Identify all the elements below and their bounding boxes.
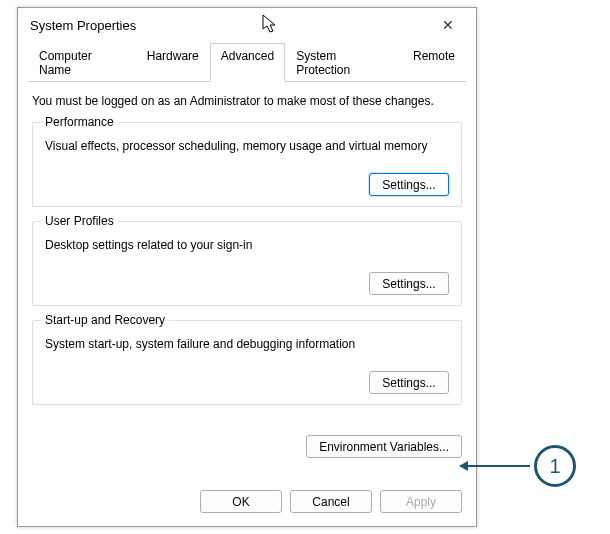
apply-button[interactable]: Apply	[380, 490, 462, 513]
performance-settings-button[interactable]: Settings...	[369, 173, 449, 196]
group-performance-legend: Performance	[41, 115, 118, 129]
tab-computer-name[interactable]: Computer Name	[28, 43, 136, 82]
environment-variables-row: Environment Variables...	[18, 435, 476, 458]
titlebar: System Properties ✕	[18, 8, 476, 42]
group-performance-desc: Visual effects, processor scheduling, me…	[45, 139, 449, 153]
group-startup-recovery-desc: System start-up, system failure and debu…	[45, 337, 449, 351]
admin-notice: You must be logged on as an Administrato…	[32, 94, 462, 108]
tab-strip: Computer Name Hardware Advanced System P…	[28, 42, 466, 82]
user-profiles-settings-button[interactable]: Settings...	[369, 272, 449, 295]
environment-variables-button[interactable]: Environment Variables...	[306, 435, 462, 458]
startup-recovery-settings-button[interactable]: Settings...	[369, 371, 449, 394]
annotation-number: 1	[549, 455, 560, 478]
system-properties-dialog: System Properties ✕ Computer Name Hardwa…	[17, 7, 477, 527]
group-user-profiles-legend: User Profiles	[41, 214, 118, 228]
tab-advanced[interactable]: Advanced	[210, 43, 285, 82]
group-performance: Performance Visual effects, processor sc…	[32, 122, 462, 207]
tab-hardware[interactable]: Hardware	[136, 43, 210, 82]
group-performance-button-row: Settings...	[45, 173, 449, 196]
annotation-circle: 1	[534, 445, 576, 487]
group-startup-recovery-button-row: Settings...	[45, 371, 449, 394]
cancel-button[interactable]: Cancel	[290, 490, 372, 513]
window-title: System Properties	[30, 18, 136, 33]
group-startup-recovery-legend: Start-up and Recovery	[41, 313, 169, 327]
group-user-profiles: User Profiles Desktop settings related t…	[32, 221, 462, 306]
close-button[interactable]: ✕	[428, 11, 468, 39]
ok-button[interactable]: OK	[200, 490, 282, 513]
tab-remote[interactable]: Remote	[402, 43, 466, 82]
group-user-profiles-button-row: Settings...	[45, 272, 449, 295]
group-user-profiles-desc: Desktop settings related to your sign-in	[45, 238, 449, 252]
tab-system-protection[interactable]: System Protection	[285, 43, 402, 82]
group-startup-recovery: Start-up and Recovery System start-up, s…	[32, 320, 462, 405]
tab-body-advanced: You must be logged on as an Administrato…	[18, 82, 476, 429]
dialog-button-row: OK Cancel Apply	[18, 476, 476, 525]
close-icon: ✕	[442, 17, 454, 33]
annotation-callout: 1	[460, 445, 576, 487]
